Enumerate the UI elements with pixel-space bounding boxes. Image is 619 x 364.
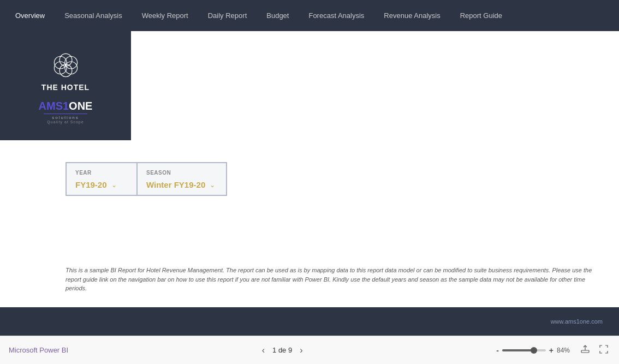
ams1one-logo: AMS1ONE solutions Quality at Scope xyxy=(39,100,93,124)
zoom-in-button[interactable]: + xyxy=(549,346,553,355)
nav-item-forecast[interactable]: Forecast Analysis xyxy=(299,0,374,31)
fullscreen-button[interactable] xyxy=(597,343,610,357)
nav-item-budget[interactable]: Budget xyxy=(257,0,299,31)
prev-page-button[interactable]: ‹ xyxy=(259,344,268,356)
footer-url: www.ams1one.com xyxy=(551,318,603,325)
export-button[interactable] xyxy=(579,343,592,357)
next-page-button[interactable]: › xyxy=(296,344,306,356)
nav-item-revenue[interactable]: Revenue Analysis xyxy=(374,0,450,31)
nav-item-daily[interactable]: Daily Report xyxy=(198,0,257,31)
description-text: This is a sample BI Report for Hotel Rev… xyxy=(66,266,597,293)
year-value: FY19-20 xyxy=(75,180,107,189)
nav-bar: Overview Seasonal Analysis Weekly Report… xyxy=(0,0,619,31)
page-separator: de xyxy=(278,346,288,354)
brand-1: 1 xyxy=(63,100,69,112)
hotel-logo-icon xyxy=(48,47,84,83)
svg-rect-6 xyxy=(581,350,589,353)
export-icon xyxy=(581,345,590,354)
fullscreen-icon xyxy=(599,345,608,354)
logo-panel: THE HOTEL AMS1ONE solutions Quality at S… xyxy=(0,31,131,140)
powerbi-bar: Microsoft Power BI ‹ 1 de 9 › - + 84% xyxy=(0,336,619,364)
nav-item-seasonal[interactable]: Seasonal Analysis xyxy=(55,0,132,31)
nav-item-report-guide[interactable]: Report Guide xyxy=(450,0,512,31)
year-label: YEAR xyxy=(75,170,126,176)
zoom-level: 84% xyxy=(557,347,574,354)
season-dropdown[interactable]: Winter FY19-20 ⌄ xyxy=(146,180,215,189)
pagination-area: ‹ 1 de 9 › xyxy=(259,344,306,356)
nav-item-overview[interactable]: Overview xyxy=(5,0,55,31)
page-total: 9 xyxy=(288,346,292,354)
zoom-out-button[interactable]: - xyxy=(496,346,499,355)
zoom-area: - + 84% xyxy=(496,346,574,355)
page-current: 1 xyxy=(272,346,276,354)
hotel-name: THE HOTEL xyxy=(41,83,90,92)
bottom-right-icons xyxy=(579,343,610,357)
page-info: 1 de 9 xyxy=(272,346,292,354)
footer-bar: www.ams1one.com xyxy=(0,307,619,336)
ams-text: AMS xyxy=(39,100,63,112)
filters-area: YEAR FY19-20 ⌄ SEASON Winter FY19-20 ⌄ xyxy=(66,162,227,196)
season-filter-box: SEASON Winter FY19-20 ⌄ xyxy=(138,163,226,195)
solutions-text: solutions xyxy=(39,115,93,120)
season-label: SEASON xyxy=(146,170,215,176)
main-content: THE HOTEL AMS1ONE solutions Quality at S… xyxy=(0,31,619,336)
powerbi-link[interactable]: Microsoft Power BI xyxy=(9,346,68,354)
zoom-slider[interactable] xyxy=(502,349,546,351)
year-filter-box: YEAR FY19-20 ⌄ xyxy=(67,163,138,195)
season-chevron-icon: ⌄ xyxy=(210,181,215,189)
year-chevron-icon: ⌄ xyxy=(111,181,117,189)
season-value: Winter FY19-20 xyxy=(146,180,205,189)
brand-one: ONE xyxy=(69,100,92,112)
year-dropdown[interactable]: FY19-20 ⌄ xyxy=(75,180,126,189)
nav-item-weekly[interactable]: Weekly Report xyxy=(132,0,198,31)
quality-text: Quality at Scope xyxy=(39,120,93,124)
